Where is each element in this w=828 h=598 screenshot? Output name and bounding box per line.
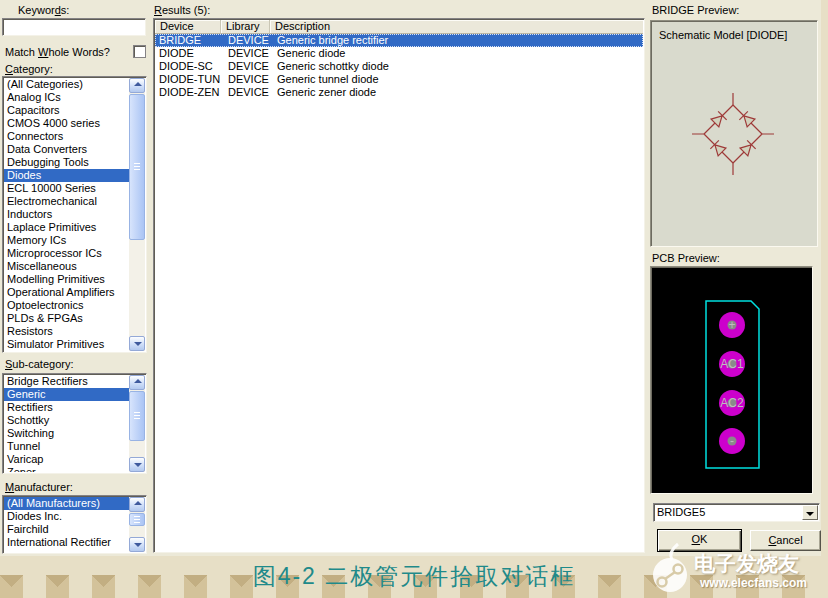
category-item[interactable]: Simulator Primitives bbox=[4, 338, 129, 351]
watermark: 电子发烧友 www.elecfans.com bbox=[648, 538, 828, 598]
category-item[interactable]: Laplace Primitives bbox=[4, 221, 129, 234]
results-listview: Device Library Description BRIDGEDEVICEG… bbox=[153, 18, 645, 553]
scroll-down-button[interactable] bbox=[129, 537, 145, 552]
bridge-preview-label: BRIDGE Preview: bbox=[652, 4, 739, 16]
result-row[interactable]: DIODE-TUNDEVICEGeneric tunnel diode bbox=[155, 73, 643, 86]
result-row[interactable]: DIODE-ZENDEVICEGeneric zener diode bbox=[155, 86, 643, 99]
subcategory-item[interactable]: Tunnel bbox=[4, 440, 129, 453]
arrow-down-icon bbox=[134, 463, 142, 467]
arrow-down-icon bbox=[134, 342, 142, 346]
scroll-down-button[interactable] bbox=[129, 457, 145, 472]
package-value: BRIDGE5 bbox=[657, 506, 705, 518]
subcategory-item[interactable]: Generic bbox=[4, 388, 129, 401]
manufacturer-label: Manufacturer: bbox=[5, 481, 73, 493]
result-cell: Generic diode bbox=[270, 47, 643, 60]
keywords-input[interactable] bbox=[2, 18, 146, 36]
category-item[interactable]: Data Converters bbox=[4, 143, 129, 156]
results-header: Device Library Description bbox=[155, 20, 643, 34]
category-item[interactable]: Capacitors bbox=[4, 104, 129, 117]
scroll-up-button[interactable] bbox=[129, 497, 145, 512]
result-row[interactable]: DIODEDEVICEGeneric diode bbox=[155, 47, 643, 60]
arrow-up-icon bbox=[134, 379, 142, 383]
pcb-preview-label: PCB Preview: bbox=[652, 252, 720, 264]
category-item[interactable]: Microprocessor ICs bbox=[4, 247, 129, 260]
bridge-schematic-icon bbox=[651, 21, 817, 246]
pcb-preview-panel: + AC1 AC2 - bbox=[650, 266, 813, 494]
subcategory-item[interactable]: Rectifiers bbox=[4, 401, 129, 414]
category-item[interactable]: (All Categories) bbox=[4, 78, 129, 91]
results-label: Results (5): bbox=[154, 4, 210, 16]
category-item[interactable]: Operational Amplifiers bbox=[4, 286, 129, 299]
subcategory-scrollbar[interactable] bbox=[129, 375, 145, 472]
watermark-url: www.elecfans.com bbox=[700, 576, 807, 590]
result-cell: Generic zener diode bbox=[270, 86, 643, 99]
subcategory-label: Sub-category: bbox=[5, 358, 74, 370]
column-header-description[interactable]: Description bbox=[270, 20, 643, 34]
category-item[interactable]: Inductors bbox=[4, 208, 129, 221]
schematic-preview-panel: Schematic Model [DIODE] bbox=[650, 20, 818, 247]
scroll-up-button[interactable] bbox=[129, 375, 145, 390]
pad-label-minus: - bbox=[730, 434, 734, 448]
category-item[interactable]: ECL 10000 Series bbox=[4, 182, 129, 195]
pad-label-ac1: AC1 bbox=[720, 357, 744, 371]
scroll-up-button[interactable] bbox=[129, 78, 145, 93]
results-rows: BRIDGEDEVICEGeneric bridge rectifierDIOD… bbox=[155, 34, 643, 551]
pcb-footprint-icon: + AC1 AC2 - bbox=[651, 267, 812, 493]
category-item[interactable]: Connectors bbox=[4, 130, 129, 143]
arrow-up-icon bbox=[134, 501, 142, 505]
result-cell: Generic schottky diode bbox=[270, 60, 643, 73]
scroll-down-button[interactable] bbox=[129, 336, 145, 351]
category-item[interactable]: Analog ICs bbox=[4, 91, 129, 104]
manufacturer-item[interactable]: Diodes Inc. bbox=[4, 510, 129, 523]
category-item[interactable]: Memory ICs bbox=[4, 234, 129, 247]
category-item[interactable]: CMOS 4000 series bbox=[4, 117, 129, 130]
manufacturer-item[interactable]: International Rectifier bbox=[4, 536, 129, 549]
category-item[interactable]: Miscellaneous bbox=[4, 260, 129, 273]
watermark-brand: 电子发烧友 bbox=[694, 550, 799, 578]
category-scrollbar[interactable] bbox=[129, 78, 145, 351]
manufacturer-list: (All Manufacturers)Diodes Inc.FairchildI… bbox=[4, 497, 129, 552]
category-item[interactable]: Diodes bbox=[4, 169, 129, 182]
category-item[interactable]: Resistors bbox=[4, 325, 129, 338]
pad-label-plus: + bbox=[728, 318, 735, 332]
column-header-library[interactable]: Library bbox=[221, 20, 270, 34]
subcategory-item[interactable]: Varicap bbox=[4, 453, 129, 466]
scroll-thumb[interactable] bbox=[129, 513, 145, 526]
result-cell: DEVICE bbox=[221, 47, 270, 60]
manufacturer-item[interactable]: (All Manufacturers) bbox=[4, 497, 129, 510]
result-cell: DIODE bbox=[155, 47, 221, 60]
pad-label-ac2: AC2 bbox=[720, 396, 744, 410]
category-item[interactable]: PLDs & FPGAs bbox=[4, 312, 129, 325]
subcategory-item[interactable]: Switching bbox=[4, 427, 129, 440]
subcategory-item[interactable]: Schottky bbox=[4, 414, 129, 427]
category-list: (All Categories)Analog ICsCapacitorsCMOS… bbox=[4, 78, 129, 351]
result-cell: DIODE-TUN bbox=[155, 73, 221, 86]
result-row[interactable]: BRIDGEDEVICEGeneric bridge rectifier bbox=[155, 34, 643, 47]
result-cell: DEVICE bbox=[221, 34, 270, 47]
column-header-device[interactable]: Device bbox=[155, 20, 221, 34]
combo-dropdown-button[interactable] bbox=[802, 505, 818, 520]
category-item[interactable]: Debugging Tools bbox=[4, 156, 129, 169]
category-item[interactable]: Optoelectronics bbox=[4, 299, 129, 312]
result-cell: DIODE-ZEN bbox=[155, 86, 221, 99]
result-row[interactable]: DIODE-SCDEVICEGeneric schottky diode bbox=[155, 60, 643, 73]
elecfans-logo-icon bbox=[648, 542, 692, 598]
match-whole-words-checkbox[interactable] bbox=[133, 45, 146, 58]
result-cell: DEVICE bbox=[221, 73, 270, 86]
result-cell: DIODE-SC bbox=[155, 60, 221, 73]
result-cell: BRIDGE bbox=[155, 34, 221, 47]
manufacturer-scrollbar[interactable] bbox=[129, 497, 145, 552]
subcategory-list: Bridge RectifiersGenericRectifiersSchott… bbox=[4, 375, 129, 472]
category-item[interactable]: Modelling Primitives bbox=[4, 273, 129, 286]
schematic-model-title: Schematic Model [DIODE] bbox=[659, 29, 787, 41]
category-item[interactable]: Electromechanical bbox=[4, 195, 129, 208]
scroll-thumb[interactable] bbox=[129, 94, 145, 240]
manufacturer-item[interactable]: Fairchild bbox=[4, 523, 129, 536]
result-cell: DEVICE bbox=[221, 86, 270, 99]
subcategory-item[interactable]: Zener bbox=[4, 466, 129, 472]
subcategory-item[interactable]: Bridge Rectifiers bbox=[4, 375, 129, 388]
package-combobox[interactable]: BRIDGE5 bbox=[653, 503, 820, 522]
result-cell: Generic bridge rectifier bbox=[270, 34, 643, 47]
scroll-thumb[interactable] bbox=[129, 391, 145, 441]
subcategory-listbox: Bridge RectifiersGenericRectifiersSchott… bbox=[2, 373, 147, 474]
